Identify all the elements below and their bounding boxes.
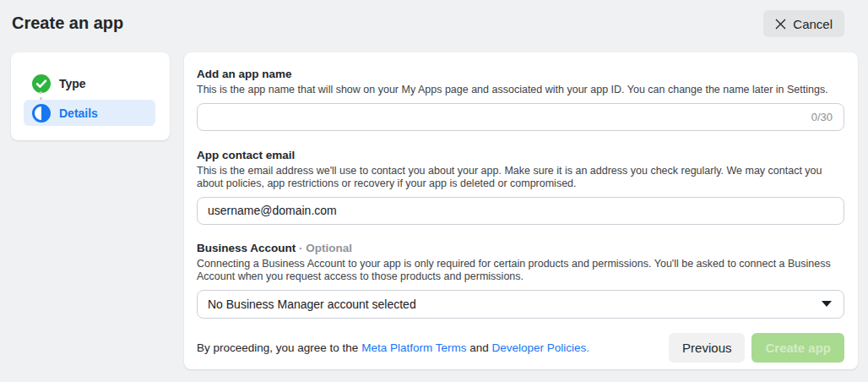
business-account-select[interactable]: No Business Manager account selected: [197, 290, 844, 319]
app-name-section: Add an app name This is the app name tha…: [197, 68, 844, 131]
steps-sidebar: Type Details: [11, 52, 170, 140]
app-name-input[interactable]: [197, 103, 844, 131]
contact-email-section: App contact email This is the email addr…: [197, 150, 844, 225]
business-account-label: Business Account · Optional: [197, 243, 844, 254]
contact-email-input[interactable]: [197, 197, 844, 225]
app-name-label: Add an app name: [197, 68, 844, 80]
app-name-description: This is the app name that will show on y…: [197, 84, 844, 97]
step-connector-dots: [40, 91, 42, 100]
business-account-section: Business Account · Optional Connecting a…: [197, 243, 844, 319]
agreement-text: By proceeding, you agree to the Meta Pla…: [197, 341, 669, 354]
step-type-label: Type: [59, 77, 86, 90]
developer-policies-link[interactable]: Developer Policies.: [491, 341, 589, 354]
half-circle-progress-icon: [32, 104, 51, 123]
create-app-button[interactable]: Create app: [751, 333, 844, 363]
step-details-label: Details: [59, 106, 98, 120]
check-circle-icon: [32, 74, 51, 93]
previous-button[interactable]: Previous: [669, 333, 745, 363]
cancel-button[interactable]: Cancel: [763, 10, 844, 37]
optional-badge: · Optional: [296, 242, 352, 254]
close-icon: [775, 19, 786, 30]
step-details[interactable]: Details: [24, 100, 155, 126]
cancel-label: Cancel: [793, 17, 833, 31]
meta-platform-terms-link[interactable]: Meta Platform Terms: [361, 341, 466, 354]
form-footer: By proceeding, you agree to the Meta Pla…: [197, 333, 844, 363]
business-account-description: Connecting a Business Account to your ap…: [197, 258, 844, 284]
business-account-selected-value: No Business Manager account selected: [208, 297, 416, 311]
step-type[interactable]: Type: [24, 72, 155, 96]
details-form-card: Add an app name This is the app name tha…: [184, 52, 858, 369]
create-app-page: Create an app Cancel Type: [0, 0, 868, 382]
chevron-down-icon: [822, 301, 832, 307]
contact-email-description: This is the email address we'll use to c…: [197, 165, 844, 191]
contact-email-label: App contact email: [197, 150, 844, 161]
page-title: Create an app: [12, 14, 123, 33]
